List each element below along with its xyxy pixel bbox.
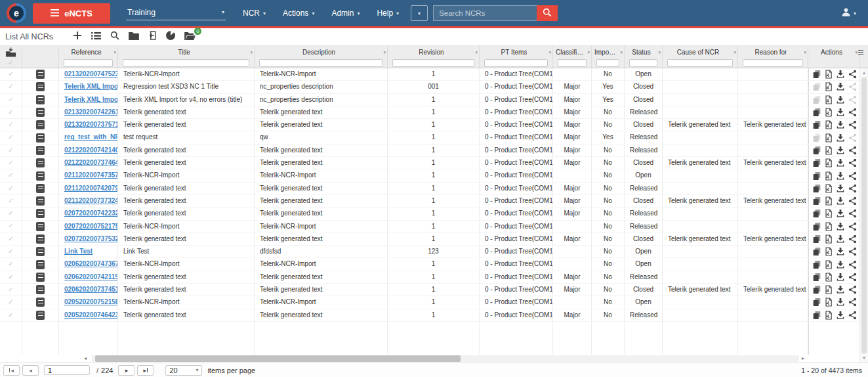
- column-menu-chevron-icon[interactable]: ▾: [658, 50, 661, 55]
- ncr-document-icon[interactable]: [36, 70, 45, 79]
- search-button[interactable]: [110, 31, 119, 43]
- ncr-document-icon[interactable]: [36, 146, 45, 155]
- copy-icon[interactable]: [812, 260, 821, 269]
- menu-ncr[interactable]: NCR▾: [243, 9, 266, 18]
- import-document-button[interactable]: [148, 31, 157, 43]
- copy-icon[interactable]: [812, 311, 821, 320]
- ncr-document-icon[interactable]: [36, 209, 45, 218]
- download-icon[interactable]: [836, 82, 845, 91]
- column-title-reason[interactable]: Reason for▾: [738, 46, 808, 58]
- copy-icon[interactable]: [812, 273, 821, 282]
- column-title-revision[interactable]: Revision▾: [388, 46, 479, 58]
- row-check-icon[interactable]: ✓: [8, 106, 13, 118]
- row-check-icon[interactable]: ✓: [8, 309, 13, 321]
- download-icon[interactable]: [836, 209, 845, 218]
- ncr-document-icon[interactable]: [36, 108, 45, 117]
- export-pdf-icon[interactable]: [825, 108, 833, 117]
- ncr-document-icon[interactable]: [36, 133, 45, 143]
- download-icon[interactable]: [836, 120, 845, 129]
- horizontal-scrollbar[interactable]: ◂ ▸: [0, 355, 868, 363]
- column-menu-chevron-icon[interactable]: ▾: [548, 50, 551, 55]
- menu-help[interactable]: Help▾: [377, 9, 399, 18]
- copy-icon[interactable]: [812, 298, 821, 307]
- share-icon[interactable]: [848, 108, 857, 117]
- reference-link[interactable]: 02122020074214049: [64, 146, 118, 154]
- download-icon[interactable]: [836, 184, 845, 193]
- select-all-check-icon[interactable]: ✓: [8, 60, 13, 66]
- export-pdf-icon[interactable]: [825, 82, 833, 91]
- menu-admin[interactable]: Admin▾: [331, 9, 360, 18]
- previous-page-button[interactable]: ◂: [22, 365, 39, 376]
- filter-input-classification[interactable]: [558, 59, 587, 67]
- ncr-document-icon[interactable]: [36, 222, 45, 231]
- scroll-right-icon[interactable]: ▸: [802, 355, 804, 361]
- column-menu-chevron-icon[interactable]: ▾: [804, 50, 806, 55]
- add-button[interactable]: [73, 31, 82, 43]
- export-pdf-icon[interactable]: [825, 95, 833, 104]
- pie-chart-button[interactable]: [166, 31, 175, 43]
- reference-link[interactable]: Telerik XML Import for v3, no errors: [64, 83, 118, 90]
- row-check-icon[interactable]: ✓: [8, 81, 13, 93]
- column-menu-chevron-icon[interactable]: ▾: [383, 50, 386, 55]
- ncr-document-icon[interactable]: [36, 247, 45, 256]
- column-menu-chevron-icon[interactable]: ▾: [475, 50, 478, 55]
- reference-link[interactable]: 02132020074752397: [64, 70, 118, 78]
- scroll-down-icon[interactable]: ▾: [860, 354, 868, 362]
- share-icon[interactable]: [848, 158, 857, 167]
- row-check-icon[interactable]: ✓: [8, 195, 13, 207]
- export-pdf-icon[interactable]: [825, 247, 833, 256]
- column-title-status[interactable]: Status▾: [625, 46, 662, 58]
- export-pdf-icon[interactable]: [825, 298, 833, 307]
- row-check-icon[interactable]: ✓: [8, 246, 13, 257]
- share-icon[interactable]: [848, 285, 857, 294]
- row-check-icon[interactable]: ✓: [8, 169, 13, 181]
- download-icon[interactable]: [836, 158, 845, 167]
- column-menu-chevron-icon[interactable]: ▾: [114, 50, 116, 55]
- ncr-document-icon[interactable]: [36, 311, 45, 320]
- export-pdf-icon[interactable]: [825, 273, 833, 282]
- ncr-document-icon[interactable]: [36, 273, 45, 282]
- reference-link[interactable]: Telerik XML Import for v4, no errors: [64, 96, 118, 103]
- copy-icon[interactable]: [812, 222, 821, 231]
- share-icon[interactable]: [848, 247, 857, 256]
- reference-link[interactable]: 02122020073746435: [64, 159, 118, 166]
- download-icon[interactable]: [836, 108, 845, 117]
- share-icon[interactable]: [848, 260, 857, 269]
- ncr-document-icon[interactable]: [36, 171, 45, 181]
- filter-input-pt_items[interactable]: [484, 59, 548, 67]
- export-pdf-icon[interactable]: [825, 171, 833, 181]
- reference-link[interactable]: 02072020073753275: [64, 235, 118, 242]
- ncr-document-icon[interactable]: [36, 184, 45, 193]
- download-icon[interactable]: [836, 298, 845, 307]
- ncr-document-icon[interactable]: [36, 158, 45, 167]
- row-check-icon[interactable]: ✓: [8, 271, 13, 283]
- share-icon[interactable]: [848, 70, 857, 79]
- download-icon[interactable]: [836, 95, 845, 104]
- filter-input-reference[interactable]: [64, 59, 113, 67]
- row-check-icon[interactable]: ✓: [8, 258, 13, 270]
- reference-link[interactable]: 02062020074211556: [64, 273, 118, 280]
- share-icon[interactable]: [848, 146, 857, 155]
- folder-button[interactable]: [129, 31, 139, 43]
- column-title-actions[interactable]: Actions▾: [808, 46, 859, 58]
- reference-link[interactable]: reg_test_with_NRB_12: [64, 133, 118, 141]
- export-pdf-icon[interactable]: [825, 222, 833, 231]
- column-menu-chevron-icon[interactable]: ▾: [734, 50, 736, 55]
- main-menu-button[interactable]: eNCTS: [33, 3, 110, 24]
- ncr-document-icon[interactable]: [36, 298, 45, 307]
- filter-input-description[interactable]: [259, 59, 382, 67]
- last-page-button[interactable]: ▸: [137, 365, 154, 376]
- column-menu-chevron-icon[interactable]: ▾: [620, 50, 623, 55]
- row-check-icon[interactable]: ✓: [8, 131, 13, 143]
- download-icon[interactable]: [836, 196, 845, 206]
- filter-input-title[interactable]: [123, 59, 249, 67]
- ncr-document-icon[interactable]: [36, 82, 45, 91]
- download-icon[interactable]: [836, 273, 845, 282]
- search-button[interactable]: [537, 5, 558, 21]
- copy-icon[interactable]: [812, 70, 821, 79]
- share-icon[interactable]: [848, 196, 857, 206]
- download-icon[interactable]: [836, 70, 845, 79]
- column-title-classification[interactable]: Classification▾: [553, 46, 591, 58]
- export-pdf-icon[interactable]: [825, 285, 833, 294]
- download-icon[interactable]: [836, 247, 845, 256]
